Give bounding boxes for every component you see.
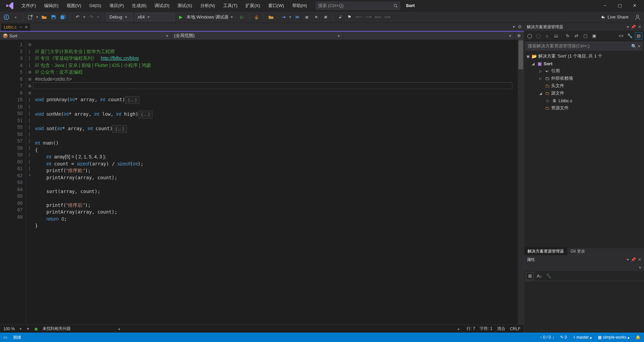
pin-icon[interactable]: ⊸: [19, 25, 22, 29]
bookmark-list-icon[interactable]: ⟸: [374, 13, 381, 21]
scope-member-combo[interactable]: ▾: [343, 32, 514, 40]
code-link[interactable]: http://lblbc.cn/blog: [101, 55, 139, 61]
menu-debug[interactable]: 调试(D): [150, 1, 173, 10]
repo-indicator[interactable]: ▦ simple-works ▴: [598, 335, 630, 340]
forward-icon[interactable]: ◯: [535, 33, 542, 39]
back-icon[interactable]: ◯: [526, 33, 533, 39]
eol-indicator[interactable]: CRLF: [510, 327, 520, 331]
menu-help[interactable]: 帮助(H): [288, 1, 311, 10]
zoom-level[interactable]: 100 %: [3, 327, 15, 331]
wrap-icon[interactable]: ↲: [336, 13, 344, 21]
line-indicator[interactable]: 行: 7: [467, 326, 475, 332]
branch-indicator[interactable]: ᚼ master ▴: [573, 335, 592, 340]
close-icon[interactable]: ✕: [638, 25, 641, 29]
save-all-button[interactable]: [59, 13, 67, 21]
code-icon[interactable]: <>: [618, 33, 624, 39]
code-fold[interactable]: { ... }: [138, 111, 153, 118]
pending-changes[interactable]: ✎ 0: [560, 335, 567, 340]
panel-dropdown-icon[interactable]: ▾: [627, 25, 629, 29]
bookmark-next-icon[interactable]: ⟶: [365, 13, 372, 21]
categorized-icon[interactable]: ⊞: [526, 272, 534, 280]
col-indicator[interactable]: 字符: 1: [480, 326, 492, 332]
tab-close-icon[interactable]: ✕: [25, 25, 28, 30]
solution-search-input[interactable]: 搜索解决方案资源管理器(Ctrl+;) 🔍 ▾: [526, 42, 643, 50]
start-no-debug-button[interactable]: ▷: [238, 13, 246, 21]
live-share-button[interactable]: Live Share: [597, 14, 632, 20]
close-button[interactable]: ✕: [632, 3, 637, 8]
scroll-thumb[interactable]: [518, 40, 523, 69]
tree-sources[interactable]: ◢🗀源文件: [524, 89, 644, 97]
scroll-right-button[interactable]: ▸: [456, 327, 462, 331]
menu-tools[interactable]: 工具(T): [219, 1, 242, 10]
lightbulb-icon[interactable]: ✦: [26, 327, 30, 331]
alphabetical-icon[interactable]: A↓: [536, 272, 543, 280]
tree-external-deps[interactable]: ▷🗀外部依赖项: [524, 75, 644, 82]
indent-left-icon[interactable]: ≣: [303, 13, 310, 21]
menu-git[interactable]: Git(G): [85, 2, 105, 9]
restore-button[interactable]: ▢: [617, 3, 622, 8]
menu-project[interactable]: 项目(P): [105, 1, 128, 10]
open-file-button[interactable]: [40, 13, 48, 21]
config-combo[interactable]: Debug▾: [106, 13, 133, 21]
show-all-icon[interactable]: ▣: [591, 33, 598, 39]
tree-project[interactable]: ◢▣Sort: [524, 60, 644, 67]
new-item-button[interactable]: [27, 13, 34, 21]
debugger-label[interactable]: 本地 Windows 调试器: [187, 14, 229, 20]
pin-icon[interactable]: 📌: [631, 257, 636, 262]
bookmark-prev-icon[interactable]: ⟵: [355, 13, 363, 21]
global-search-input[interactable]: 搜索 (Ctrl+Q): [316, 2, 400, 10]
panel-dropdown-icon[interactable]: ▾: [627, 257, 629, 262]
error-count[interactable]: ↑ 0 / 0 ↓: [540, 335, 554, 340]
tab-lblbc[interactable]: Lblbc.c ⊸ ✕: [1, 23, 31, 31]
tree-headers[interactable]: 🗀头文件: [524, 82, 644, 89]
close-icon[interactable]: ✕: [638, 257, 641, 262]
bookmark-icon[interactable]: ⚑: [346, 13, 353, 21]
scope-project-combo[interactable]: 📦 Sort▾: [0, 32, 171, 40]
tab-overflow-icon[interactable]: ▾: [513, 24, 515, 29]
code-fold[interactable]: { ... }: [112, 125, 127, 133]
pin-icon[interactable]: 📌: [631, 25, 636, 29]
start-debug-button[interactable]: ▶: [177, 13, 184, 21]
redo-button[interactable]: ↷: [88, 13, 95, 21]
tree-resources[interactable]: 🗀资源文件: [524, 104, 644, 112]
props-wrench-icon[interactable]: 🔧: [545, 272, 552, 280]
minimize-button[interactable]: −: [602, 3, 608, 8]
nav-back-button[interactable]: [3, 13, 10, 21]
folder-icon[interactable]: [267, 13, 275, 21]
account-icon[interactable]: [634, 13, 641, 21]
undo-button[interactable]: ↶: [74, 13, 81, 21]
save-button[interactable]: [50, 13, 57, 21]
uncomment-icon[interactable]: ≢: [322, 13, 329, 21]
wrench-icon[interactable]: 🔧: [626, 33, 633, 39]
comment-icon[interactable]: ≡: [312, 13, 320, 21]
bookmark-clear-icon[interactable]: ⟹: [383, 13, 391, 21]
code-fold[interactable]: { ... }: [125, 96, 140, 104]
menu-file[interactable]: 文件(F): [18, 1, 40, 10]
refresh-icon[interactable]: ↻: [565, 33, 571, 39]
scope-func-combo[interactable]: (全局范围)▾: [171, 32, 343, 40]
tab-solution-explorer[interactable]: 解决方案资源管理器: [524, 248, 567, 255]
split-button[interactable]: ✢: [514, 32, 524, 40]
home-icon[interactable]: ⌂: [544, 33, 550, 39]
output-icon[interactable]: ▭: [3, 335, 7, 340]
step-out-icon[interactable]: ⇥: [280, 13, 287, 21]
tab-git-changes[interactable]: Git 更改: [567, 248, 588, 255]
preview-icon[interactable]: ▤: [635, 33, 642, 39]
scroll-minimap[interactable]: [518, 40, 524, 325]
menu-window[interactable]: 窗口(W): [264, 1, 288, 10]
menu-analyze[interactable]: 分析(N): [196, 1, 219, 10]
scroll-left-button[interactable]: ◂: [116, 327, 122, 331]
menu-edit[interactable]: 编辑(E): [40, 1, 63, 10]
properties-combo[interactable]: ▾: [524, 264, 644, 271]
tree-solution-root[interactable]: ▣📂解决方案 'Sort' (1 个项目, 共 1 个: [524, 52, 644, 60]
switch-views-icon[interactable]: 🗂: [552, 33, 559, 39]
nav-forward-button[interactable]: ▸: [12, 13, 20, 21]
flame-icon[interactable]: 🔥: [253, 13, 260, 21]
platform-combo[interactable]: x64▾: [135, 13, 175, 21]
menu-view[interactable]: 视图(V): [63, 1, 85, 10]
collapse-icon[interactable]: ▢: [582, 33, 589, 39]
mode-indicator[interactable]: 混合: [497, 326, 505, 332]
tab-gear-icon[interactable]: ⚙: [518, 24, 522, 29]
menu-extensions[interactable]: 扩展(X): [241, 1, 264, 10]
tree-file-lblbc[interactable]: ▷🗎Lblbc.c: [524, 97, 644, 104]
